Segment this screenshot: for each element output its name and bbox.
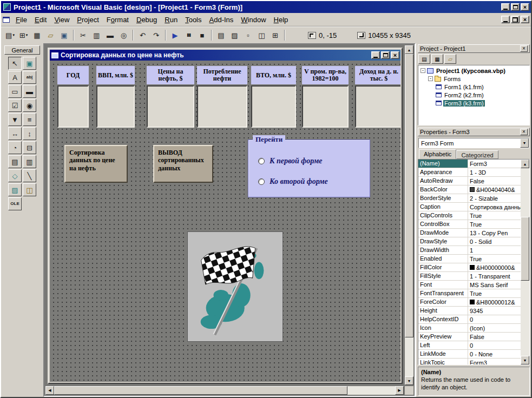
project-title-bar[interactable]: Project - Project1 × [418, 44, 530, 53]
view-object-button[interactable]: ▦ [431, 54, 443, 64]
menu-editor-button[interactable]: ▦ [30, 29, 44, 42]
property-row-autoredraw[interactable]: AutoRedrawFalse [418, 177, 521, 185]
radio-option-2[interactable]: Ко второй форме [258, 175, 370, 189]
properties-title-bar[interactable]: Properties - Form3 × [418, 128, 530, 136]
property-row-forecolor[interactable]: ForeColor&H80000012& [418, 298, 521, 307]
property-row-icon[interactable]: Icon(Icon) [418, 324, 521, 333]
menu-tools[interactable]: Tools [181, 14, 205, 26]
tool-drive-list-box[interactable]: ⊟ [23, 141, 36, 154]
goto-frame[interactable]: Перейти К первой формеКо второй форме [248, 140, 370, 197]
property-row-linktopic[interactable]: LinkTopicForm3 [418, 359, 521, 364]
tool-list-box[interactable]: ≡ [23, 113, 36, 126]
tool-v-scrollbar[interactable]: ↕ [23, 127, 36, 140]
property-value[interactable]: False [468, 177, 521, 185]
chevron-down-icon[interactable]: ▼ [520, 138, 529, 148]
chevron-down-icon[interactable]: ▾ [26, 33, 28, 37]
column-header-4[interactable]: Потребление нефти [197, 66, 247, 84]
scroll-down-button[interactable]: ▼ [405, 376, 413, 385]
mdi-vertical-scrollbar[interactable]: ▲ ▼ [405, 45, 413, 385]
property-name[interactable]: AutoRedraw [418, 177, 468, 185]
menu-file[interactable]: File [12, 14, 31, 26]
menu-add-ins[interactable]: Add-Ins [206, 14, 238, 26]
property-name[interactable]: Font [418, 281, 468, 289]
tool-picture-box[interactable]: ▣ [23, 57, 36, 70]
tool-shape[interactable]: ◇ [8, 169, 22, 182]
column-listbox-5[interactable] [251, 85, 296, 128]
menu-run[interactable]: Run [161, 14, 181, 26]
cut-button[interactable]: ✂ [76, 29, 90, 42]
tree-expander-icon[interactable]: - [421, 68, 425, 73]
property-value[interactable]: True [468, 211, 521, 220]
property-name[interactable]: DrawWidth [418, 246, 468, 254]
tool-frame[interactable]: ▭ [8, 85, 22, 98]
tree-item-2[interactable]: -Forms [419, 75, 529, 83]
property-value[interactable]: &H80000012& [468, 298, 521, 306]
form-title-bar[interactable]: Сортировка данных по цене на нефть × [50, 50, 400, 61]
form-maximize-button[interactable] [381, 51, 390, 59]
form-layout-button[interactable]: ▫ [241, 29, 255, 42]
maximize-button[interactable] [511, 3, 520, 11]
scroll-thumb[interactable] [405, 54, 413, 337]
open-project-button[interactable]: ▱ [44, 29, 57, 42]
tool-h-scrollbar[interactable]: ↔ [8, 127, 22, 140]
toolbox-tab-general[interactable]: General [4, 45, 40, 55]
property-name[interactable]: HelpContextID [418, 315, 468, 323]
mdi-minimize-button[interactable] [501, 16, 510, 23]
title-bar[interactable]: Project1 - Microsoft Visual Basic [desig… [1, 1, 531, 13]
property-value[interactable]: False [468, 333, 521, 341]
property-name[interactable]: Left [418, 341, 468, 349]
column-header-6[interactable]: V пром. пр-ва, 1982=100 [302, 66, 349, 84]
toggle-folders-button[interactable]: ▱ [444, 54, 456, 64]
property-row-linkmode[interactable]: LinkMode0 - None [418, 350, 521, 359]
property-value[interactable]: &H00000000& [468, 263, 521, 271]
tool-label[interactable]: A [8, 71, 22, 84]
property-name[interactable]: FontTransparent [418, 289, 468, 297]
scroll-thumb[interactable] [521, 217, 529, 281]
property-name[interactable]: ForeColor [418, 298, 468, 306]
tab-categorized[interactable]: Categorized [456, 150, 498, 159]
radio-icon[interactable] [258, 158, 265, 164]
property-row-height[interactable]: Height9345 [418, 307, 521, 315]
tool-dir-list-box[interactable]: ▤ [8, 155, 22, 168]
properties-window-button[interactable]: ▨ [228, 29, 241, 42]
tool-line[interactable]: ╲ [23, 169, 36, 182]
tool-command-button[interactable]: ▬ [23, 85, 36, 98]
tool-pointer[interactable]: ↖ [8, 57, 22, 70]
project-explorer-button[interactable]: ▤ [214, 29, 228, 42]
tree-item-3[interactable]: Form1 (k1.frm) [419, 83, 529, 91]
tree-expander-icon[interactable]: - [428, 76, 433, 81]
property-name[interactable]: ControlBox [418, 220, 468, 228]
flag-image[interactable] [187, 231, 283, 342]
column-header-5[interactable]: ВТО, млн. $ [251, 66, 296, 84]
property-value[interactable]: True [468, 289, 521, 297]
property-name[interactable]: DrawStyle [418, 237, 468, 246]
property-value[interactable]: 0 - Solid [468, 237, 521, 246]
undo-button[interactable]: ↶ [136, 29, 149, 42]
column-listbox-1[interactable] [57, 85, 89, 128]
property-row-controlbox[interactable]: ControlBoxTrue [418, 220, 521, 229]
property-row-enabled[interactable]: EnabledTrue [418, 255, 521, 263]
mdi-horizontal-scrollbar[interactable]: ◀ ▶ [45, 386, 404, 395]
property-name[interactable]: Enabled [418, 255, 468, 263]
property-row-helpcontextid[interactable]: HelpContextID0 [418, 315, 521, 324]
mdi-restore-button[interactable] [511, 16, 520, 23]
property-value[interactable]: MS Sans Serif [468, 281, 521, 289]
property-row-drawwidth[interactable]: DrawWidth1 [418, 246, 521, 255]
property-name[interactable]: LinkTopic [418, 359, 468, 364]
view-code-button[interactable]: ▤ [418, 54, 430, 64]
form-design-surface[interactable]: Перейти К первой формеКо второй форме [50, 61, 400, 382]
menu-format[interactable]: Format [103, 14, 133, 26]
property-row-appearance[interactable]: Appearance1 - 3D [418, 168, 521, 177]
scroll-thumb[interactable] [54, 386, 347, 395]
radio-icon[interactable] [258, 178, 265, 185]
property-row-fillcolor[interactable]: FillColor&H00000000& [418, 263, 521, 272]
property-row-clipcontrols[interactable]: ClipControlsTrue [418, 211, 521, 220]
scroll-left-button[interactable]: ◀ [45, 386, 54, 395]
property-value[interactable]: 0 [468, 341, 521, 349]
property-name[interactable]: BackColor [418, 185, 468, 194]
property-value[interactable]: Form3 [468, 359, 521, 364]
property-value[interactable]: 0 [468, 315, 521, 323]
property-row-backcolor[interactable]: BackColor&H00404040& [418, 185, 521, 194]
tool-data[interactable]: ◫ [23, 183, 36, 196]
scroll-track[interactable] [521, 168, 529, 356]
